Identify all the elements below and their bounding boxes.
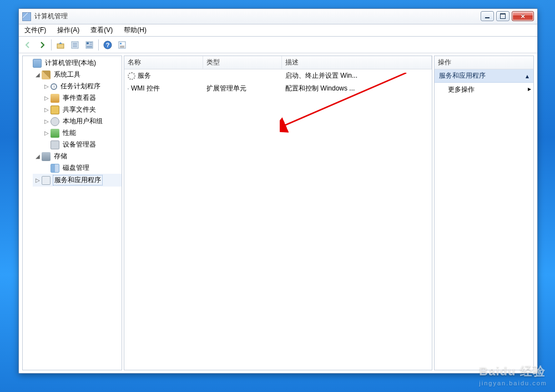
share-icon <box>51 105 59 114</box>
actions-group[interactable]: 服务和应用程序 ▴ <box>435 69 533 83</box>
tree-label: 任务计划程序 <box>59 82 102 91</box>
menu-action[interactable]: 操作(A) <box>52 24 85 37</box>
tree-label: 系统工具 <box>53 70 82 79</box>
list-item-wmi[interactable]: WMI 控件 扩展管理单元 配置和控制 Windows ... <box>124 82 432 95</box>
maximize-button[interactable] <box>496 11 509 21</box>
tree-system-tools[interactable]: ◢ 系统工具 <box>33 69 122 81</box>
app-icon <box>22 12 31 21</box>
computer-icon <box>33 59 42 68</box>
toolbar-separator <box>51 39 52 51</box>
tree-local-users[interactable]: ▷本地用户和组 <box>42 115 122 127</box>
menu-bar: 文件(F) 操作(A) 查看(V) 帮助(H) <box>19 24 537 37</box>
tree-pane: 计算机管理(本地) ◢ 系统工具 ▷任务计划程序 <box>22 56 122 370</box>
svg-rect-0 <box>57 44 64 48</box>
tb-up-button[interactable] <box>54 38 67 52</box>
minimize-button[interactable] <box>481 11 494 21</box>
window: 计算机管理 文件(F) 操作(A) 查看(V) 帮助(H) <box>18 8 538 374</box>
expand-icon[interactable]: ▷ <box>43 130 50 137</box>
title-bar: 计算机管理 <box>19 9 537 24</box>
arrow-left-icon <box>23 41 32 49</box>
tree-event-viewer[interactable]: ▷事件查看器 <box>42 92 122 104</box>
nav-forward-button[interactable] <box>36 38 49 52</box>
list-header-row: 名称 类型 描述 <box>124 56 432 69</box>
cell-desc: 配置和控制 Windows ... <box>282 83 432 94</box>
column-header-type[interactable]: 类型 <box>203 56 282 69</box>
tree-device-manager[interactable]: 设备管理器 <box>42 139 122 150</box>
list-icon <box>70 41 79 49</box>
cell-desc: 启动、终止并设置 Win... <box>282 71 432 81</box>
window-title: 计算机管理 <box>34 12 68 21</box>
tree-disk-management[interactable]: 磁盘管理 <box>42 162 122 174</box>
perf-icon <box>51 129 59 138</box>
tree-label: 共享文件夹 <box>62 105 97 114</box>
nav-back-button[interactable] <box>21 38 34 52</box>
svg-text:?: ? <box>106 42 110 48</box>
services-icon <box>42 176 51 185</box>
details-icon <box>85 41 94 49</box>
expand-icon[interactable]: ▷ <box>43 83 50 90</box>
tb-help-button[interactable]: ? <box>101 38 114 52</box>
expand-icon[interactable]: ▷ <box>43 107 50 113</box>
expand-icon[interactable]: ▷ <box>34 177 41 184</box>
disk-icon <box>51 164 59 173</box>
list-pane: 名称 类型 描述 服务 启动、终止并设置 Win... WMI 控件 扩展管理单… <box>124 56 432 370</box>
actions-more[interactable]: 更多操作 ▸ <box>435 83 533 97</box>
expand-icon[interactable]: ▷ <box>43 118 50 125</box>
menu-file[interactable]: 文件(F) <box>19 24 52 37</box>
tb-list-button[interactable] <box>68 38 82 52</box>
tree-services-apps[interactable]: ▷ 服务和应用程序 <box>33 174 122 187</box>
wmi-icon <box>128 88 129 89</box>
chevron-right-icon: ▸ <box>528 85 531 94</box>
menu-view[interactable]: 查看(V) <box>85 24 118 37</box>
tree-storage[interactable]: ◢ 存储 <box>33 150 122 162</box>
content-area: 计算机管理(本地) ◢ 系统工具 ▷任务计划程序 <box>19 53 537 373</box>
svg-rect-7 <box>120 43 122 44</box>
tree-label: 性能 <box>62 128 77 138</box>
users-icon <box>51 117 59 126</box>
column-header-name[interactable]: 名称 <box>124 56 203 69</box>
chevron-up-icon: ▴ <box>526 72 529 80</box>
cell-type: 扩展管理单元 <box>203 83 282 94</box>
cell-name: WMI 控件 <box>131 84 160 93</box>
tree-label: 计算机管理(本地) <box>44 58 97 68</box>
collapse-icon[interactable]: ◢ <box>34 153 41 160</box>
event-icon <box>51 94 59 103</box>
actions-title: 操作 <box>435 56 533 69</box>
gear-icon <box>128 72 135 80</box>
window-controls <box>481 11 534 21</box>
tree-label: 本地用户和组 <box>62 117 104 126</box>
close-button[interactable] <box>512 11 534 21</box>
clock-icon <box>51 83 57 90</box>
menu-help[interactable]: 帮助(H) <box>118 24 152 37</box>
folder-up-icon <box>56 41 65 49</box>
storage-icon <box>42 152 51 161</box>
tree-label: 设备管理器 <box>62 140 97 149</box>
expand-icon[interactable]: ▷ <box>43 95 50 102</box>
tree-label: 服务和应用程序 <box>53 175 103 185</box>
tree-label: 事件查看器 <box>62 93 97 103</box>
tools-icon <box>42 71 51 79</box>
device-icon <box>51 140 59 149</box>
list-body: 服务 启动、终止并设置 Win... WMI 控件 扩展管理单元 配置和控制 W… <box>124 69 432 370</box>
actions-group-label: 服务和应用程序 <box>439 71 486 81</box>
actions-item-label: 更多操作 <box>448 85 475 94</box>
watermark-url: jingyan.baidu.com <box>479 380 547 386</box>
arrow-right-icon <box>38 41 47 49</box>
column-header-desc[interactable]: 描述 <box>282 56 432 69</box>
tb-details-button[interactable] <box>83 38 96 52</box>
tree-task-scheduler[interactable]: ▷任务计划程序 <box>42 81 122 92</box>
collapse-icon[interactable]: ◢ <box>34 72 41 78</box>
tree-shared-folders[interactable]: ▷共享文件夹 <box>42 104 122 115</box>
cell-name: 服务 <box>138 71 151 81</box>
tree-performance[interactable]: ▷性能 <box>42 127 122 139</box>
svg-rect-3 <box>87 42 89 44</box>
tree-root[interactable]: 计算机管理(本地) <box>24 57 122 69</box>
toolbar: ? <box>19 37 537 53</box>
tb-props-button[interactable] <box>115 38 129 52</box>
tree-label: 存储 <box>53 152 68 161</box>
cell-type <box>203 76 282 77</box>
list-item-services[interactable]: 服务 启动、终止并设置 Win... <box>124 69 432 82</box>
toolbar-separator <box>98 39 99 51</box>
actions-pane: 操作 服务和应用程序 ▴ 更多操作 ▸ <box>434 56 534 370</box>
help-icon: ? <box>103 41 112 49</box>
